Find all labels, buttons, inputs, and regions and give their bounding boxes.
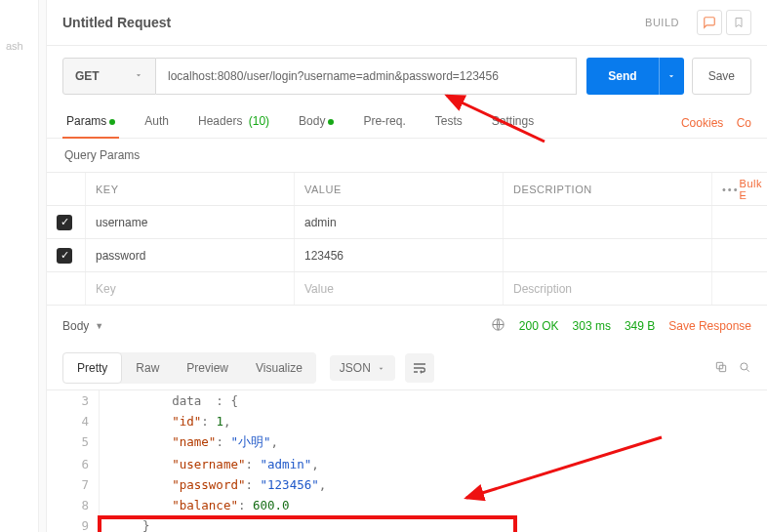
send-button-label: Send [586, 58, 658, 95]
send-button-dropdown[interactable] [659, 58, 684, 95]
response-body[interactable]: 3 data : { 4 "id": 1, 5 "name": "小明", 6 … [47, 389, 767, 532]
comment-icon[interactable] [697, 10, 722, 35]
more-icon[interactable]: ••• [722, 184, 740, 195]
col-value: VALUE [295, 173, 504, 205]
status-code: 200 OK [519, 319, 559, 333]
send-button[interactable]: Send [586, 58, 683, 95]
checkbox-icon[interactable]: ✓ [57, 215, 72, 230]
tab-tests[interactable]: Tests [431, 108, 466, 138]
view-segmented-control: Pretty Raw Preview Visualize [62, 352, 316, 384]
left-sidebar: ash [0, 0, 39, 532]
table-header: KEY VALUE DESCRIPTION •••Bulk E [47, 173, 767, 206]
save-button[interactable]: Save [692, 58, 751, 95]
tab-prereq[interactable]: Pre-req. [359, 108, 409, 138]
build-label[interactable]: BUILD [645, 17, 679, 28]
save-response-link[interactable]: Save Response [668, 319, 751, 333]
table-row-placeholder[interactable]: Key Value Description [47, 272, 767, 306]
chevron-down-icon [134, 69, 143, 83]
ph-key: Key [86, 272, 295, 305]
scroll-gutter[interactable] [39, 0, 47, 532]
tab-headers[interactable]: Headers (10) [194, 108, 273, 138]
tab-auth[interactable]: Auth [141, 108, 173, 138]
view-raw[interactable]: Raw [122, 352, 173, 384]
globe-icon[interactable] [491, 317, 505, 335]
chevron-down-icon [377, 364, 385, 373]
copy-icon[interactable] [714, 360, 728, 377]
param-key[interactable]: password [86, 239, 295, 271]
dot-icon [109, 119, 115, 125]
format-select[interactable]: JSON [330, 355, 395, 381]
param-value[interactable]: admin [295, 206, 504, 238]
sidebar-trunc-label: ash [0, 40, 23, 52]
param-key[interactable]: username [86, 206, 295, 238]
bookmark-icon[interactable] [726, 10, 751, 35]
tab-body[interactable]: Body [295, 108, 338, 138]
chevron-down-icon: ▼ [95, 321, 103, 331]
svg-point-3 [741, 362, 747, 369]
checkbox-icon[interactable]: ✓ [57, 248, 72, 264]
response-time: 303 ms [573, 319, 611, 333]
col-key: KEY [86, 173, 295, 205]
view-preview[interactable]: Preview [173, 352, 242, 384]
response-size: 349 B [625, 319, 655, 333]
http-method-label: GET [75, 69, 100, 83]
view-pretty[interactable]: Pretty [62, 352, 122, 384]
cookies-link[interactable]: Cookies [681, 116, 723, 130]
code-link[interactable]: Co [737, 116, 751, 130]
response-body-tab[interactable]: Body▼ [62, 319, 103, 333]
search-response-icon[interactable] [738, 360, 751, 377]
param-value[interactable]: 123456 [295, 239, 504, 271]
table-row[interactable]: ✓ username admin [47, 206, 767, 239]
dot-icon [328, 119, 334, 125]
bulk-edit-link[interactable]: Bulk E [740, 178, 762, 201]
http-method-select[interactable]: GET [62, 58, 156, 95]
request-title: Untitled Request [62, 15, 645, 30]
ph-value: Value [295, 272, 504, 305]
tab-settings[interactable]: Settings [488, 108, 538, 138]
col-desc: DESCRIPTION [504, 173, 712, 205]
wrap-lines-icon[interactable] [405, 353, 434, 383]
query-params-title: Query Params [47, 139, 767, 172]
ph-desc: Description [504, 272, 712, 305]
view-visualize[interactable]: Visualize [242, 352, 316, 384]
table-row[interactable]: ✓ password 123456 [47, 239, 767, 272]
url-input[interactable]: localhost:8080/user/login?username=admin… [156, 58, 577, 95]
tab-params[interactable]: Params [62, 108, 119, 138]
